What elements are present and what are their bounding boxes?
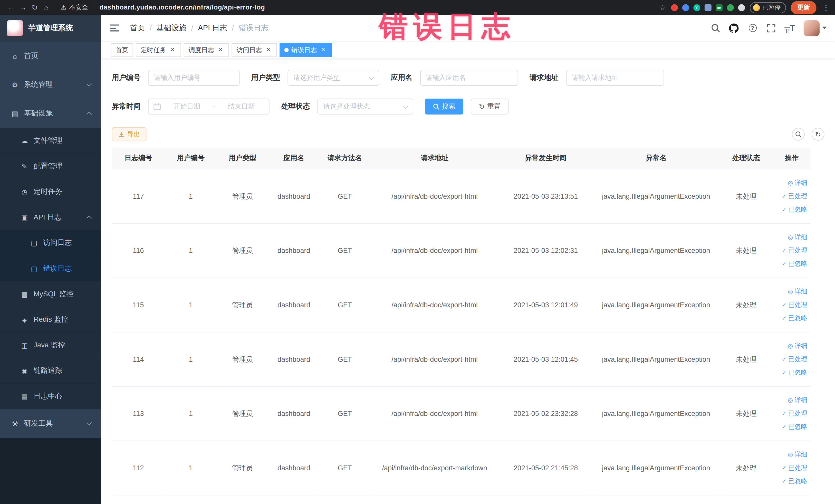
fullscreen-icon[interactable] [766, 23, 776, 33]
user-id-input[interactable] [148, 70, 240, 86]
detail-link[interactable]: ◎详细 [775, 394, 809, 407]
search-icon [433, 103, 440, 109]
action-label: 详细 [794, 339, 807, 353]
check-icon: ✓ [781, 312, 787, 325]
exception-time-range-picker[interactable]: 开始日期 - 结束日期 [148, 99, 269, 115]
detail-link[interactable]: ◎详细 [775, 339, 809, 353]
detail-link[interactable]: ◎详细 [775, 230, 809, 244]
sidebar-item-home[interactable]: ⌂首页 [0, 42, 101, 70]
ignored-link[interactable]: ✓已忽略 [775, 257, 809, 270]
search-icon[interactable] [711, 23, 720, 33]
close-icon[interactable]: × [320, 46, 327, 54]
download-icon [118, 131, 125, 137]
detail-link[interactable]: ◎详细 [775, 176, 809, 190]
ext-grid-icon[interactable] [704, 4, 711, 11]
address-url[interactable]: dashboard.yudao.iocoder.cn/infra/log/api… [99, 4, 265, 11]
processed-link[interactable]: ✓已处理 [775, 244, 809, 257]
tab-job-log[interactable]: 调度日志× [184, 43, 229, 57]
processed-link[interactable]: ✓已处理 [775, 190, 809, 203]
sidebar-item-mysql-monitor[interactable]: ▦MySQL 监控 [0, 281, 101, 307]
tab-scheduled-jobs[interactable]: 定时任务× [136, 43, 181, 57]
paused-extension-badge[interactable]: 已暂停 [750, 2, 786, 13]
search-button[interactable]: 搜索 [425, 99, 463, 115]
ignored-link[interactable]: ✓已忽略 [775, 203, 809, 216]
check-icon: ✓ [781, 298, 787, 312]
cell-app: dashboard [268, 386, 319, 441]
ext-light-circle-icon[interactable] [738, 4, 745, 11]
sidebar-item-scheduled-jobs[interactable]: ◷定时任务 [0, 179, 101, 205]
reload-icon[interactable]: ↻ [29, 3, 41, 12]
github-icon[interactable] [729, 23, 738, 33]
refresh-button[interactable]: ↻ [812, 128, 824, 141]
sidebar-item-trace[interactable]: ◉链路追踪 [0, 358, 101, 384]
processed-link[interactable]: ✓已处理 [775, 407, 809, 420]
search-toggle-button[interactable] [792, 128, 805, 141]
tab-home[interactable]: 首页 [111, 43, 133, 57]
cell-app: dashboard [268, 332, 319, 387]
ignored-link[interactable]: ✓已忽略 [775, 475, 809, 488]
hamburger-icon[interactable] [109, 24, 119, 31]
process-status-select[interactable]: 请选择处理状态 [318, 99, 413, 115]
close-icon[interactable]: × [217, 46, 224, 54]
processed-link[interactable]: ✓已处理 [775, 352, 809, 366]
refresh-icon: ↻ [479, 102, 485, 110]
reset-button[interactable]: ↻ 重置 [471, 99, 509, 115]
row-actions: ◎详细✓已处理✓已忽略 [773, 223, 811, 278]
system-icon: ⚙ [11, 81, 19, 88]
sidebar-item-label: 配置管理 [34, 161, 62, 171]
sidebar-item-access-log[interactable]: ▢访问日志 [0, 230, 101, 256]
back-icon[interactable]: ← [5, 3, 17, 12]
help-icon[interactable]: ? [748, 23, 757, 33]
processed-link[interactable]: ✓已处理 [775, 461, 809, 475]
sidebar-item-dev-tools[interactable]: ⚒研发工具 [0, 409, 101, 438]
browser-home-icon[interactable]: ⌂ [41, 3, 53, 12]
ignored-link[interactable]: ✓已忽略 [775, 366, 809, 379]
detail-link[interactable]: ◎详细 [775, 448, 809, 461]
export-button[interactable]: 导出 [112, 127, 147, 141]
security-chip[interactable]: ⚠ 不安全 [61, 3, 88, 12]
chrome-update-button[interactable]: 更新 [791, 1, 816, 14]
processed-link[interactable]: ✓已处理 [775, 298, 809, 312]
tab-access-log[interactable]: 访问日志× [231, 43, 277, 57]
table-row: 1121管理员dashboardGET/api/infra/db-doc/exp… [112, 441, 811, 495]
sidebar-item-error-log[interactable]: ▢错误日志 [0, 256, 101, 281]
breadcrumb-separator: / [232, 24, 234, 32]
ext-blue-drop-icon[interactable] [682, 4, 689, 11]
sidebar-item-system-management[interactable]: ⚙系统管理 [0, 70, 101, 99]
detail-link[interactable]: ◎详细 [775, 285, 809, 298]
sidebar-item-api-log[interactable]: ▣API 日志 [0, 205, 101, 230]
chrome-menu-icon[interactable]: ⋮ [822, 3, 830, 12]
forward-icon[interactable]: → [17, 3, 29, 12]
ignored-link[interactable]: ✓已忽略 [775, 312, 809, 325]
close-icon[interactable]: × [169, 46, 176, 54]
breadcrumb-item[interactable]: API 日志 [198, 23, 227, 33]
app-name-input[interactable] [420, 70, 518, 86]
filter-process-status: 处理状态 请选择处理状态 [281, 99, 413, 115]
breadcrumb-item[interactable]: 首页 [130, 23, 145, 33]
filter-exception-time: 异常时间 开始日期 - 结束日期 [112, 99, 269, 115]
cell-exception: java.lang.IllegalArgumentException [592, 223, 719, 278]
sidebar-item-infrastructure[interactable]: ▤基础设施 [0, 99, 101, 128]
ext-leaf-icon[interactable] [727, 4, 734, 11]
caret-down-icon [822, 27, 827, 29]
user-menu[interactable] [804, 20, 827, 36]
sidebar-item-file-management[interactable]: ☁文件管理 [0, 128, 101, 154]
logo-row[interactable]: 芋道管理系统 [0, 15, 101, 42]
bookmark-star-icon[interactable]: ☆ [659, 3, 666, 12]
breadcrumb-item[interactable]: 基础设施 [157, 23, 186, 33]
ext-on-badge-icon[interactable]: on [715, 4, 722, 11]
ext-red-circle-icon[interactable] [671, 4, 678, 11]
ext-teal-circle-icon[interactable]: Y [693, 4, 700, 11]
tab-error-log[interactable]: 错误日志× [280, 43, 332, 57]
sidebar-item-log-center[interactable]: ▤日志中心 [0, 384, 101, 409]
ignored-link[interactable]: ✓已忽略 [775, 420, 809, 434]
user-type-select[interactable]: 请选择用户类型 [287, 70, 379, 86]
request-url-input[interactable] [566, 70, 664, 86]
close-icon[interactable]: × [265, 46, 272, 54]
sidebar-item-config-management[interactable]: ✎配置管理 [0, 154, 101, 179]
eye-icon: ◎ [788, 448, 793, 461]
sidebar-item-java-monitor[interactable]: ◫Java 监控 [0, 332, 101, 358]
sidebar-item-redis-monitor[interactable]: ◈Redis 监控 [0, 307, 101, 332]
font-size-icon[interactable]: ╦T [785, 23, 794, 33]
cell-status: 未处理 [720, 169, 773, 224]
